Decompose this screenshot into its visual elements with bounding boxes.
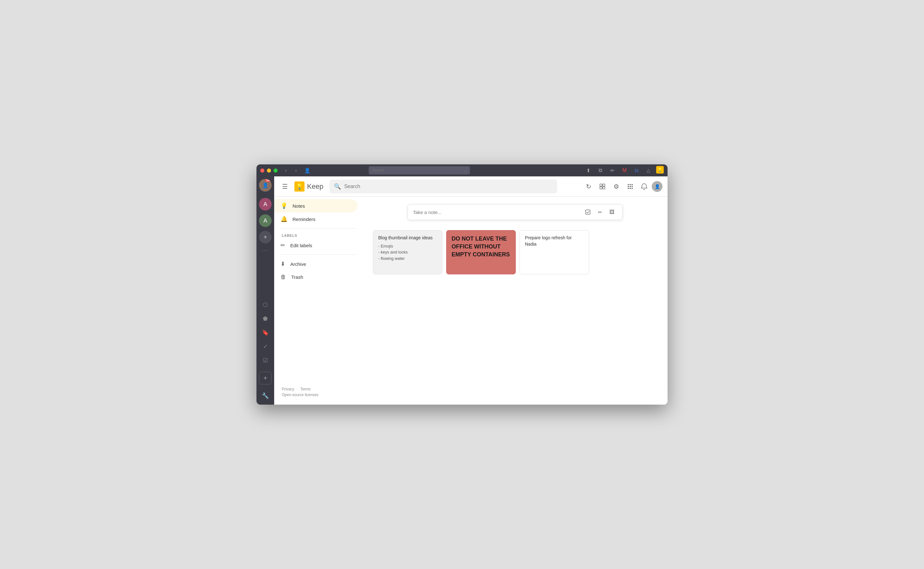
archive-icon: ⬇ [280, 260, 285, 268]
stack-icon-titlebar[interactable]: ⧉ [596, 166, 605, 175]
person-icon-titlebar[interactable]: 👤 [303, 167, 312, 174]
titlebar-search-input[interactable] [372, 168, 464, 173]
minimize-button[interactable] [267, 169, 271, 173]
svg-rect-0 [600, 184, 602, 186]
notification-badge: 140 [265, 179, 272, 182]
trash-label: Trash [291, 274, 303, 280]
note-card-logo[interactable]: Prepare logo refresh for Nadia [519, 230, 589, 274]
svg-point-8 [630, 186, 631, 187]
svg-point-4 [628, 184, 629, 185]
notes-area: ✏ 🖼 Blog thumbnail image ideas - Emojis-… [363, 196, 668, 405]
sidebar-item-archive[interactable]: ⬇ Archive [274, 257, 358, 271]
settings-button[interactable]: ⚙ [610, 180, 623, 193]
user-avatar-dock[interactable]: 👤 140 [259, 179, 272, 192]
account-a2-button[interactable]: A [259, 215, 272, 227]
search-icon: 🔍 [334, 183, 341, 190]
trash-icon: 🗑 [280, 274, 286, 280]
app-title: Keep [307, 183, 323, 191]
sidebar-item-reminders[interactable]: 🔔 Reminders [274, 212, 358, 226]
apps-button[interactable] [624, 180, 636, 193]
take-note-input[interactable] [413, 210, 580, 215]
svg-rect-3 [603, 187, 605, 189]
note-title-donotleave: DO NOT LEAVE THE OFFICE WITHOUT EMPTY CO… [452, 235, 510, 259]
add-drawing-button[interactable]: ✏ [595, 207, 605, 218]
sidebar-divider-1 [280, 228, 356, 228]
maximize-button[interactable] [274, 169, 278, 173]
sidebar-item-edit-labels[interactable]: ✏ Edit labels [274, 239, 358, 252]
terms-link[interactable]: Terms [300, 387, 311, 391]
sidebar-content: 💡 Notes 🔔 Reminders LABELS ✏ [274, 199, 363, 402]
opensource-link[interactable]: Open-source licenses [282, 393, 355, 397]
calendar-icon-titlebar[interactable]: 31 [632, 166, 641, 175]
body-area: 💡 Notes 🔔 Reminders LABELS ✏ [274, 196, 668, 405]
search-bar[interactable]: 🔍 [329, 180, 557, 193]
avatar-image: 👤 [262, 183, 268, 189]
dock-bookmark-icon[interactable]: 🔖 [259, 326, 272, 339]
add-image-button[interactable]: 🖼 [606, 207, 617, 218]
titlebar-actions: ⬆ ⧉ ✏ M 31 △ 💡 [584, 166, 664, 175]
svg-rect-13 [586, 210, 590, 215]
close-button[interactable] [260, 169, 264, 173]
keep-icon-titlebar[interactable]: 💡 [656, 166, 664, 173]
dock: 👤 140 A A + ··· ⬡ ⬟ 🔖 ✓ ☑ + [256, 176, 274, 405]
keep-logo-icon: 💡 [294, 181, 304, 192]
dock-check2-icon[interactable]: ☑ [259, 354, 272, 367]
note-card-donotleave[interactable]: DO NOT LEAVE THE OFFICE WITHOUT EMPTY CO… [446, 230, 516, 274]
svg-point-5 [630, 184, 631, 185]
notes-icon: 💡 [280, 202, 288, 209]
add-account-button[interactable]: + [259, 231, 272, 243]
svg-point-9 [632, 186, 633, 187]
note-card-blog[interactable]: Blog thumbnail image ideas - Emojis- key… [373, 230, 442, 274]
dock-settings-icon[interactable]: 🔧 [259, 389, 272, 402]
layout-button[interactable] [596, 180, 609, 193]
drive-icon-titlebar[interactable]: △ [644, 166, 653, 175]
sidebar-item-trash[interactable]: 🗑 Trash [274, 271, 358, 283]
hamburger-button[interactable]: ☰ [279, 181, 291, 192]
reminders-label: Reminders [292, 216, 315, 222]
traffic-lights [260, 169, 278, 173]
forward-button[interactable]: › [292, 167, 300, 174]
dock-add-button[interactable]: + [259, 372, 272, 384]
sidebar-footer: Privacy · Terms Open-source licenses [274, 382, 363, 402]
note-body-blog: - Emojis- keys and locks- flowing water [378, 243, 437, 262]
take-note-icons: ✏ 🖼 [583, 207, 617, 218]
dock-check-icon[interactable]: ✓ [259, 340, 272, 353]
svg-rect-1 [603, 184, 605, 186]
take-note-box[interactable]: ✏ 🖼 [408, 204, 623, 220]
account-a-button[interactable]: A [259, 198, 272, 210]
user-avatar-header[interactable]: 👤 [652, 181, 662, 192]
edit-icon-titlebar[interactable]: ✏ [608, 166, 617, 175]
nav-buttons: ‹ › [282, 167, 300, 174]
search-input[interactable] [344, 184, 553, 189]
add-checklist-button[interactable] [583, 207, 593, 218]
dock-shapes-icon[interactable]: ⬡ [259, 298, 272, 311]
note-title-logo: Prepare logo refresh for Nadia [525, 235, 584, 247]
back-button[interactable]: ‹ [282, 167, 290, 174]
titlebar-search-box[interactable]: ⌄ [369, 166, 470, 175]
sidebar: 💡 Notes 🔔 Reminders LABELS ✏ [274, 196, 363, 405]
dock-pentagon-icon[interactable]: ⬟ [259, 312, 272, 325]
privacy-link[interactable]: Privacy [282, 387, 294, 391]
notifications-button[interactable] [638, 180, 650, 193]
refresh-button[interactable]: ↻ [582, 180, 595, 193]
sidebar-item-notes[interactable]: 💡 Notes [274, 199, 358, 212]
svg-point-12 [632, 188, 633, 189]
svg-point-6 [632, 184, 633, 185]
share-icon-titlebar[interactable]: ⬆ [584, 166, 593, 175]
reminders-icon: 🔔 [280, 216, 288, 222]
notes-label: Notes [292, 203, 305, 208]
header-actions: ↻ ⚙ [582, 180, 662, 193]
gmail-icon-titlebar[interactable]: M [620, 166, 629, 175]
edit-labels-label: Edit labels [290, 243, 312, 248]
titlebar: ‹ › 👤 ⌄ ⬆ ⧉ ✏ M 31 △ 💡 [256, 164, 668, 176]
more-accounts-dots[interactable]: ··· [262, 247, 268, 254]
svg-point-11 [630, 188, 631, 189]
edit-labels-icon: ✏ [280, 242, 285, 249]
logo-area: 💡 Keep [294, 181, 323, 192]
sidebar-main: 💡 Notes 🔔 Reminders LABELS ✏ [274, 199, 363, 291]
app-window: ‹ › 👤 ⌄ ⬆ ⧉ ✏ M 31 △ 💡 👤 140 [256, 164, 668, 405]
svg-point-10 [628, 188, 629, 189]
main-content: ☰ 💡 Keep 🔍 ↻ [274, 176, 668, 405]
svg-point-7 [628, 186, 629, 187]
svg-rect-2 [600, 187, 602, 189]
